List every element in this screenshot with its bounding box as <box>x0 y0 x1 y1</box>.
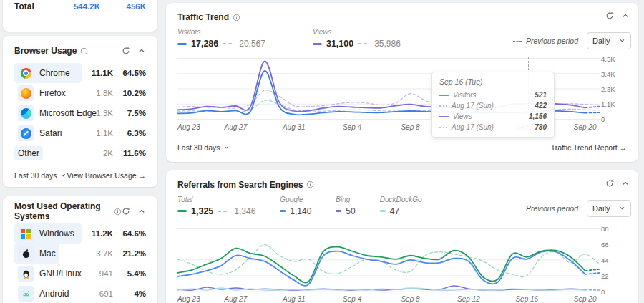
os-row-windows[interactable]: Windows 11.2K 64.6% <box>14 223 146 244</box>
browser-row-other[interactable]: Other 2K 11.6% <box>14 143 146 163</box>
windows-icon <box>18 226 34 241</box>
chrome-icon <box>18 65 34 81</box>
previous-period-swatch <box>513 208 522 208</box>
traffic-trend-report-link[interactable]: Traffic Trend Report → <box>551 143 627 152</box>
total-panel: Total 544.2K 456K <box>3 0 157 32</box>
previous-period-label: Previous period <box>513 204 578 213</box>
legend-total[interactable]: Total 1,325 1,346 <box>177 196 255 216</box>
refresh-icon[interactable] <box>605 179 614 188</box>
granularity-select[interactable]: Daily <box>587 200 631 217</box>
collapse-icon[interactable] <box>621 179 630 188</box>
referrals-title: Referrals from Search Engines <box>177 179 627 191</box>
referrals-panel: Referrals from Search Engines Total <box>166 170 638 303</box>
granularity-select[interactable]: Daily <box>587 32 631 49</box>
previous-period-swatch <box>513 41 522 42</box>
os-panel: Most Used Operating Systems <box>3 196 157 303</box>
browser-row-firefox[interactable]: Firefox 1.8K 10.2% <box>14 83 146 103</box>
traffic-legend: Visitors 17,286 20,567 Views 31,100 35, <box>177 28 627 51</box>
safari-icon <box>18 125 34 141</box>
chevron-down-icon <box>619 204 625 213</box>
legend-duckduckgo[interactable]: DuckDuckGo 47 <box>380 196 422 216</box>
tooltip-views-prev-swatch <box>439 127 447 128</box>
referrals-chart[interactable]: 886644220 <box>177 227 600 293</box>
browser-row-edge[interactable]: Microsoft Edge 1.3K 7.5% <box>14 103 146 123</box>
collapse-icon[interactable] <box>137 207 146 216</box>
os-row-mac[interactable]: Mac 3.7K 21.2% <box>14 244 146 264</box>
linux-penguin-icon <box>18 266 34 282</box>
chevron-down-icon <box>619 37 625 45</box>
tooltip-visitors-prev-swatch <box>439 105 447 107</box>
views-prev-swatch <box>358 43 367 44</box>
traffic-trend-title: Traffic Trend <box>177 11 627 23</box>
chevron-down-icon <box>60 171 67 180</box>
visitors-prev-swatch <box>223 43 232 44</box>
collapse-icon[interactable] <box>621 11 630 20</box>
legend-bing[interactable]: Bing 50 <box>336 196 355 216</box>
info-icon[interactable] <box>233 14 240 21</box>
total-value-2[interactable]: 456K <box>100 2 146 11</box>
sidebar: Total 544.2K 456K Browser Usage <box>3 0 157 303</box>
os-title: Most Used Operating Systems <box>14 201 122 221</box>
browser-usage-title: Browser Usage <box>14 46 88 56</box>
total-swatch <box>177 210 187 212</box>
main-content: Traffic Trend Visitors 17,286 <box>166 3 638 303</box>
referrals-legend: Total 1,325 1,346 Google 1,140 <box>177 196 627 218</box>
edge-icon <box>18 105 34 121</box>
google-swatch <box>280 210 286 212</box>
legend-google[interactable]: Google 1,140 <box>280 196 311 216</box>
arrow-right-icon: → <box>620 143 628 152</box>
browser-row-safari[interactable]: Safari 1.1K 6.3% <box>14 123 146 143</box>
browser-range-dropdown[interactable]: Last 30 days <box>14 171 67 180</box>
browser-usage-panel: Browser Usage Chrome <box>3 36 157 187</box>
visitors-swatch <box>177 43 187 45</box>
refresh-icon[interactable] <box>605 11 614 20</box>
total-label: Total <box>14 1 54 11</box>
info-icon[interactable] <box>114 208 122 216</box>
firefox-icon <box>18 85 34 101</box>
view-browser-usage-link[interactable]: View Browser Usage → <box>67 171 146 180</box>
views-swatch <box>313 43 322 45</box>
traffic-trend-panel: Traffic Trend Visitors 17,286 <box>166 3 638 162</box>
duckduckgo-swatch <box>380 210 386 212</box>
tooltip-views-swatch <box>439 116 449 117</box>
tooltip-visitors-swatch <box>439 95 449 96</box>
traffic-chart[interactable]: 4.5K3.4K2.3K1.1K0 Sep 16 (Tue) Visitors5… <box>177 57 600 120</box>
info-icon[interactable] <box>306 181 314 188</box>
bing-swatch <box>336 210 341 212</box>
total-prev-swatch <box>218 211 227 212</box>
browser-row-chrome[interactable]: Chrome 11.1K 64.5% <box>14 63 146 83</box>
info-icon[interactable] <box>80 47 88 55</box>
legend-views[interactable]: Views 31,100 35,986 <box>313 28 401 49</box>
total-value-1[interactable]: 544.2K <box>54 2 100 11</box>
total-row: Total 544.2K 456K <box>14 0 146 13</box>
chart-tooltip: Sep 16 (Tue) Visitors521 Aug 17 (Sun)422… <box>431 72 555 138</box>
legend-visitors[interactable]: Visitors 17,286 20,567 <box>177 28 265 49</box>
referrals-x-axis: Aug 23Aug 27Aug 31Sep 4Sep 8Sep 12Sep 16… <box>177 295 600 303</box>
collapse-icon[interactable] <box>137 47 146 55</box>
refresh-icon[interactable] <box>122 47 130 55</box>
arrow-right-icon: → <box>139 171 147 180</box>
os-row-linux[interactable]: GNU/Linux 941 5.4% <box>14 264 146 284</box>
apple-icon <box>18 246 34 261</box>
refresh-icon[interactable] <box>122 207 130 216</box>
android-icon <box>18 286 34 302</box>
previous-period-label: Previous period <box>513 37 578 45</box>
chevron-down-icon <box>223 143 230 152</box>
traffic-range-dropdown[interactable]: Last 30 days <box>177 143 230 152</box>
os-row-android[interactable]: Android 691 4% <box>14 284 146 303</box>
dashboard: Total 544.2K 456K Browser Usage <box>0 0 644 303</box>
